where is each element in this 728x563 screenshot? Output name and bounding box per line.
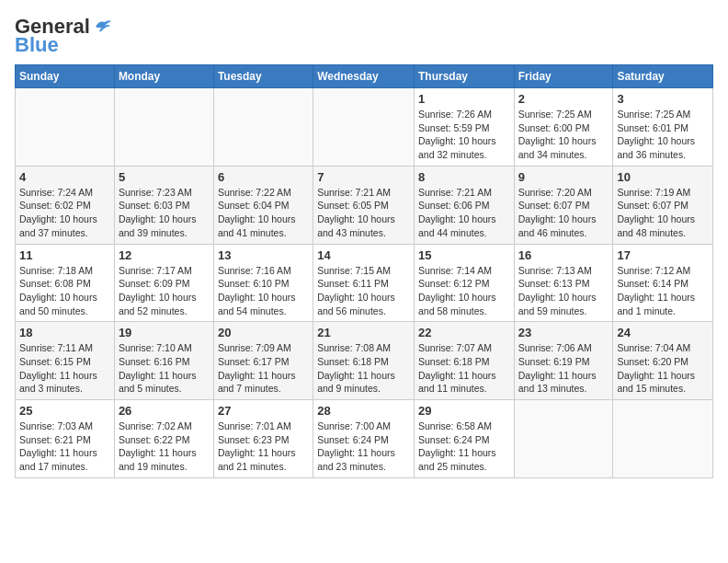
calendar-cell: 7Sunrise: 7:21 AMSunset: 6:05 PMDaylight…	[313, 166, 415, 244]
day-info: Sunrise: 7:26 AMSunset: 5:59 PMDaylight:…	[418, 108, 510, 162]
weekday-header-sunday: Sunday	[16, 65, 115, 88]
calendar-cell: 17Sunrise: 7:12 AMSunset: 6:14 PMDayligh…	[613, 244, 713, 322]
day-info: Sunrise: 7:11 AMSunset: 6:15 PMDaylight:…	[19, 341, 110, 396]
calendar-cell	[514, 400, 613, 478]
day-number: 15	[418, 248, 510, 262]
calendar-cell: 24Sunrise: 7:04 AMSunset: 6:20 PMDayligh…	[613, 322, 713, 400]
calendar-cell: 25Sunrise: 7:03 AMSunset: 6:21 PMDayligh…	[16, 400, 115, 478]
calendar-cell: 26Sunrise: 7:02 AMSunset: 6:22 PMDayligh…	[114, 400, 213, 478]
calendar-cell: 9Sunrise: 7:20 AMSunset: 6:07 PMDaylight…	[514, 166, 613, 244]
weekday-header-saturday: Saturday	[613, 65, 713, 88]
week-row-1: 1Sunrise: 7:26 AMSunset: 5:59 PMDaylight…	[16, 88, 713, 167]
calendar-cell: 12Sunrise: 7:17 AMSunset: 6:09 PMDayligh…	[114, 244, 213, 322]
day-info: Sunrise: 7:22 AMSunset: 6:04 PMDaylight:…	[218, 186, 309, 240]
day-number: 10	[617, 170, 709, 184]
week-row-3: 11Sunrise: 7:18 AMSunset: 6:08 PMDayligh…	[16, 244, 713, 322]
calendar-cell	[114, 88, 213, 167]
day-number: 6	[218, 170, 309, 184]
day-number: 11	[19, 248, 110, 262]
day-info: Sunrise: 7:07 AMSunset: 6:18 PMDaylight:…	[418, 341, 510, 396]
calendar-cell: 21Sunrise: 7:08 AMSunset: 6:18 PMDayligh…	[313, 322, 415, 400]
day-number: 18	[19, 326, 110, 339]
calendar-cell: 15Sunrise: 7:14 AMSunset: 6:12 PMDayligh…	[414, 244, 514, 322]
day-info: Sunrise: 7:25 AMSunset: 6:00 PMDaylight:…	[518, 108, 609, 162]
day-number: 4	[19, 170, 110, 184]
calendar-cell: 29Sunrise: 6:58 AMSunset: 6:24 PMDayligh…	[414, 400, 514, 478]
calendar-cell: 3Sunrise: 7:25 AMSunset: 6:01 PMDaylight…	[613, 88, 713, 167]
day-info: Sunrise: 7:21 AMSunset: 6:05 PMDaylight:…	[317, 186, 410, 240]
day-info: Sunrise: 7:18 AMSunset: 6:08 PMDaylight:…	[19, 264, 110, 318]
day-number: 27	[218, 404, 309, 418]
logo: General Blue	[15, 15, 112, 57]
day-number: 26	[119, 404, 210, 418]
day-info: Sunrise: 7:25 AMSunset: 6:01 PMDaylight:…	[617, 108, 709, 162]
calendar-cell: 19Sunrise: 7:10 AMSunset: 6:16 PMDayligh…	[114, 322, 213, 400]
day-number: 3	[617, 92, 709, 106]
day-info: Sunrise: 7:17 AMSunset: 6:09 PMDaylight:…	[119, 264, 210, 318]
weekday-header-row: SundayMondayTuesdayWednesdayThursdayFrid…	[16, 65, 713, 88]
calendar-cell: 11Sunrise: 7:18 AMSunset: 6:08 PMDayligh…	[16, 244, 115, 322]
day-number: 2	[518, 92, 609, 106]
header: General Blue	[15, 15, 713, 57]
day-number: 8	[418, 170, 510, 184]
day-number: 19	[119, 326, 210, 339]
day-number: 25	[19, 404, 110, 418]
day-info: Sunrise: 7:03 AMSunset: 6:21 PMDaylight:…	[19, 419, 110, 474]
logo-blue: Blue	[15, 33, 59, 57]
weekday-header-friday: Friday	[514, 65, 613, 88]
day-info: Sunrise: 7:01 AMSunset: 6:23 PMDaylight:…	[218, 419, 309, 474]
day-number: 24	[617, 326, 709, 339]
week-row-5: 25Sunrise: 7:03 AMSunset: 6:21 PMDayligh…	[16, 400, 713, 478]
day-info: Sunrise: 7:21 AMSunset: 6:06 PMDaylight:…	[418, 186, 510, 240]
day-info: Sunrise: 7:16 AMSunset: 6:10 PMDaylight:…	[218, 264, 309, 318]
calendar-cell: 18Sunrise: 7:11 AMSunset: 6:15 PMDayligh…	[16, 322, 115, 400]
day-info: Sunrise: 7:06 AMSunset: 6:19 PMDaylight:…	[518, 341, 609, 396]
day-number: 29	[418, 404, 510, 418]
calendar-cell	[613, 400, 713, 478]
weekday-header-monday: Monday	[114, 65, 213, 88]
day-info: Sunrise: 7:20 AMSunset: 6:07 PMDaylight:…	[518, 186, 609, 240]
calendar-cell: 16Sunrise: 7:13 AMSunset: 6:13 PMDayligh…	[514, 244, 613, 322]
calendar-cell: 13Sunrise: 7:16 AMSunset: 6:10 PMDayligh…	[213, 244, 313, 322]
day-number: 7	[317, 170, 410, 184]
day-info: Sunrise: 7:08 AMSunset: 6:18 PMDaylight:…	[317, 341, 410, 396]
calendar-cell	[213, 88, 313, 167]
calendar-cell: 1Sunrise: 7:26 AMSunset: 5:59 PMDaylight…	[414, 88, 514, 167]
day-number: 12	[119, 248, 210, 262]
day-number: 13	[218, 248, 309, 262]
calendar-cell	[313, 88, 415, 167]
calendar-cell: 4Sunrise: 7:24 AMSunset: 6:02 PMDaylight…	[16, 166, 115, 244]
day-info: Sunrise: 7:13 AMSunset: 6:13 PMDaylight:…	[518, 264, 609, 318]
logo-bird-icon	[92, 18, 112, 35]
day-info: Sunrise: 7:09 AMSunset: 6:17 PMDaylight:…	[218, 341, 309, 396]
day-info: Sunrise: 7:12 AMSunset: 6:14 PMDaylight:…	[617, 264, 709, 318]
weekday-header-tuesday: Tuesday	[213, 65, 313, 88]
calendar-cell	[16, 88, 115, 167]
day-info: Sunrise: 7:04 AMSunset: 6:20 PMDaylight:…	[617, 341, 709, 396]
weekday-header-thursday: Thursday	[414, 65, 514, 88]
day-number: 14	[317, 248, 410, 262]
weekday-header-wednesday: Wednesday	[313, 65, 415, 88]
day-number: 20	[218, 326, 309, 339]
calendar-cell: 2Sunrise: 7:25 AMSunset: 6:00 PMDaylight…	[514, 88, 613, 167]
day-number: 16	[518, 248, 609, 262]
calendar-cell: 28Sunrise: 7:00 AMSunset: 6:24 PMDayligh…	[313, 400, 415, 478]
calendar-cell: 22Sunrise: 7:07 AMSunset: 6:18 PMDayligh…	[414, 322, 514, 400]
day-info: Sunrise: 7:15 AMSunset: 6:11 PMDaylight:…	[317, 264, 410, 318]
day-number: 21	[317, 326, 410, 339]
day-info: Sunrise: 6:58 AMSunset: 6:24 PMDaylight:…	[418, 419, 510, 474]
calendar-cell: 6Sunrise: 7:22 AMSunset: 6:04 PMDaylight…	[213, 166, 313, 244]
calendar-cell: 5Sunrise: 7:23 AMSunset: 6:03 PMDaylight…	[114, 166, 213, 244]
day-number: 17	[617, 248, 709, 262]
week-row-2: 4Sunrise: 7:24 AMSunset: 6:02 PMDaylight…	[16, 166, 713, 244]
calendar-cell: 14Sunrise: 7:15 AMSunset: 6:11 PMDayligh…	[313, 244, 415, 322]
calendar-cell: 23Sunrise: 7:06 AMSunset: 6:19 PMDayligh…	[514, 322, 613, 400]
day-info: Sunrise: 7:19 AMSunset: 6:07 PMDaylight:…	[617, 186, 709, 240]
calendar-cell: 20Sunrise: 7:09 AMSunset: 6:17 PMDayligh…	[213, 322, 313, 400]
day-number: 5	[119, 170, 210, 184]
calendar-cell: 10Sunrise: 7:19 AMSunset: 6:07 PMDayligh…	[613, 166, 713, 244]
calendar-cell: 27Sunrise: 7:01 AMSunset: 6:23 PMDayligh…	[213, 400, 313, 478]
day-info: Sunrise: 7:02 AMSunset: 6:22 PMDaylight:…	[119, 419, 210, 474]
day-info: Sunrise: 7:23 AMSunset: 6:03 PMDaylight:…	[119, 186, 210, 240]
day-info: Sunrise: 7:24 AMSunset: 6:02 PMDaylight:…	[19, 186, 110, 240]
